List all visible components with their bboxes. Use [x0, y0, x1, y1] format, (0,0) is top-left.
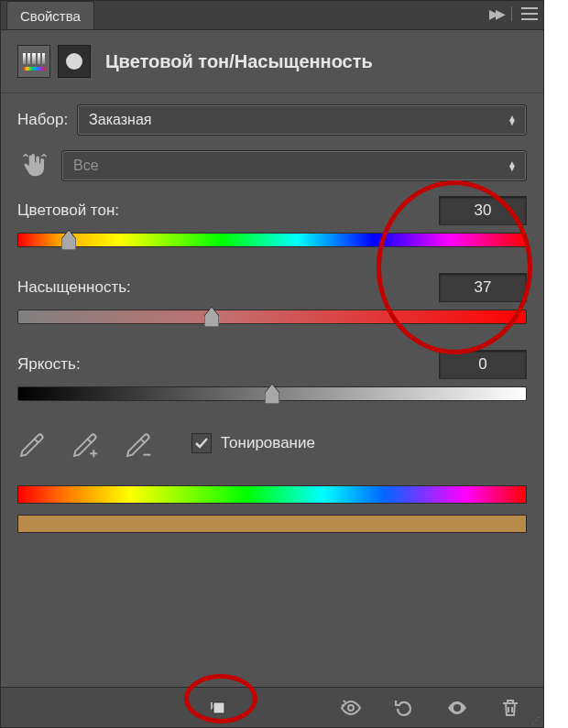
channel-dropdown[interactable]: Все ▲▼ — [61, 150, 527, 181]
output-ramp — [17, 515, 527, 533]
divider — [511, 6, 512, 21]
hue-saturation-icon[interactable] — [17, 45, 50, 78]
lightness-value-input[interactable]: 0 — [439, 350, 527, 379]
channel-value: Все — [73, 158, 99, 174]
preset-row: Набор: Заказная ▲▼ — [17, 104, 527, 136]
adjustment-header: Цветовой тон/Насыщенность — [1, 30, 543, 92]
adjustment-title: Цветовой тон/Насыщенность — [105, 51, 373, 72]
eyedropper-plus-icon[interactable] — [71, 427, 104, 460]
toggle-visibility-button[interactable] — [442, 693, 472, 723]
lightness-slider-group: Яркость: 0 — [17, 350, 527, 401]
layer-mask-icon[interactable] — [58, 45, 91, 78]
eyedropper-minus-icon[interactable] — [124, 427, 157, 460]
channel-row: Все ▲▼ — [17, 148, 527, 183]
hue-track[interactable] — [17, 233, 527, 247]
flyout-menu-icon[interactable] — [521, 7, 538, 20]
input-ramp — [17, 485, 527, 504]
tab-bar-controls: ▶▶ — [489, 6, 538, 21]
svg-point-1 — [348, 705, 354, 711]
chevron-updown-icon: ▲▼ — [508, 115, 517, 125]
colorize-label: Тонирование — [221, 434, 315, 452]
tab-bar: Свойства ▶▶ — [1, 1, 543, 30]
bottom-bar: ⋰ — [1, 687, 543, 727]
targeted-adjustment-icon[interactable] — [17, 148, 52, 183]
controls-section: Набор: Заказная ▲▼ Все ▲▼ Цветовой тон: … — [1, 92, 543, 533]
eyedropper-icon[interactable] — [17, 427, 50, 460]
hue-slider-group: Цветовой тон: 30 — [17, 196, 527, 247]
saturation-slider-group: Насыщенность: 37 — [17, 273, 527, 324]
lightness-track[interactable] — [17, 386, 527, 401]
lightness-thumb[interactable] — [265, 384, 279, 404]
chevron-updown-icon: ▲▼ — [508, 161, 517, 170]
color-ramps — [17, 485, 527, 533]
view-previous-state-button[interactable] — [336, 693, 366, 723]
saturation-label: Насыщенность: — [17, 278, 131, 297]
hue-thumb[interactable] — [61, 230, 76, 250]
properties-panel: Свойства ▶▶ Цветовой тон/Насыщенность На… — [0, 0, 544, 728]
hue-label: Цветовой тон: — [17, 201, 119, 220]
tab-label: Свойства — [20, 8, 81, 24]
lightness-label: Яркость: — [17, 355, 81, 374]
collapse-icon[interactable]: ▶▶ — [489, 6, 502, 21]
svg-rect-0 — [213, 702, 224, 713]
saturation-thumb[interactable] — [204, 307, 219, 327]
saturation-value-input[interactable]: 37 — [439, 273, 527, 302]
tab-properties[interactable]: Свойства — [6, 1, 94, 29]
tool-row: Тонирование — [17, 427, 527, 460]
preset-value: Заказная — [89, 112, 151, 128]
hue-value-input[interactable]: 30 — [439, 196, 527, 225]
resize-grip-icon[interactable]: ⋰ — [531, 715, 540, 725]
colorize-checkbox[interactable]: Тонирование — [191, 433, 315, 453]
saturation-track[interactable] — [17, 310, 527, 324]
delete-button[interactable] — [496, 693, 525, 723]
svg-point-2 — [455, 706, 459, 710]
reset-button[interactable] — [389, 693, 419, 723]
clip-to-layer-button[interactable] — [202, 693, 232, 723]
preset-dropdown[interactable]: Заказная ▲▼ — [77, 104, 527, 136]
preset-label: Набор: — [17, 111, 68, 129]
checkmark-icon — [191, 433, 212, 453]
